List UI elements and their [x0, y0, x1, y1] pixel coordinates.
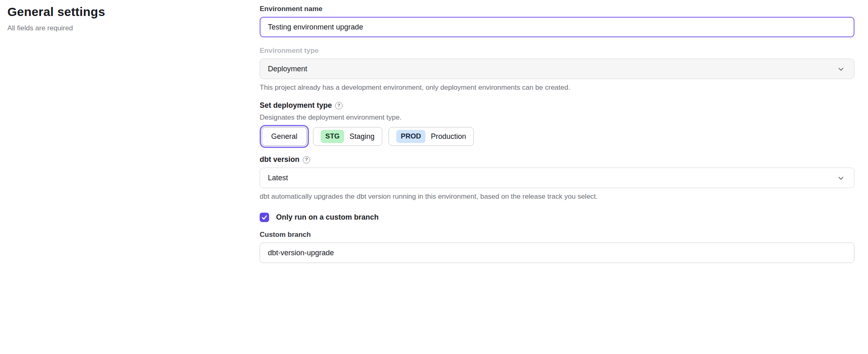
staging-button-label: Staging: [349, 132, 375, 141]
page-title: General settings: [7, 5, 237, 19]
custom-branch-checkbox[interactable]: [260, 213, 269, 222]
staging-badge: STG: [321, 130, 344, 143]
custom-branch-checkbox-row: Only run on a custom branch: [260, 213, 854, 222]
deployment-type-label-text: Set deployment type: [260, 101, 332, 110]
production-badge: PROD: [396, 130, 425, 143]
dbt-version-label: dbt version: [260, 155, 854, 164]
dbt-version-value: Latest: [268, 174, 288, 182]
general-button-label: General: [271, 132, 297, 141]
settings-header: General settings All fields are required: [7, 5, 237, 32]
deployment-type-label: Set deployment type: [260, 101, 854, 110]
environment-name-input[interactable]: [260, 17, 854, 37]
environment-name-label: Environment name: [260, 5, 854, 13]
environment-type-label: Environment type: [260, 47, 854, 55]
dbt-version-label-text: dbt version: [260, 155, 299, 164]
deployment-type-production-button[interactable]: PROD Production: [388, 127, 474, 146]
custom-branch-label: Custom branch: [260, 231, 854, 239]
deployment-type-helper: Designates the deployment environment ty…: [260, 113, 854, 122]
check-icon: [261, 214, 268, 221]
chevron-down-icon: [838, 66, 844, 75]
custom-branch-input[interactable]: [260, 243, 854, 263]
custom-branch-checkbox-label[interactable]: Only run on a custom branch: [276, 213, 379, 222]
deployment-type-options: General STG Staging PROD Production: [260, 127, 854, 146]
deployment-type-general-button[interactable]: General: [262, 127, 307, 146]
deployment-type-staging-button[interactable]: STG Staging: [313, 127, 382, 146]
general-settings-page: General settings All fields are required…: [0, 0, 868, 354]
environment-type-value: Deployment: [268, 65, 307, 73]
environment-type-helper: This project already has a development e…: [260, 84, 854, 92]
dbt-version-select[interactable]: Latest: [260, 168, 854, 188]
help-icon[interactable]: [335, 102, 343, 109]
environment-type-select[interactable]: Deployment: [260, 59, 854, 79]
page-subtitle: All fields are required: [7, 24, 237, 32]
environment-settings-form: Environment name Environment type Deploy…: [260, 5, 854, 263]
dbt-version-helper: dbt automatically upgrades the dbt versi…: [260, 193, 854, 201]
help-icon[interactable]: [303, 156, 310, 163]
production-button-label: Production: [431, 132, 466, 141]
chevron-down-icon: [838, 175, 844, 184]
